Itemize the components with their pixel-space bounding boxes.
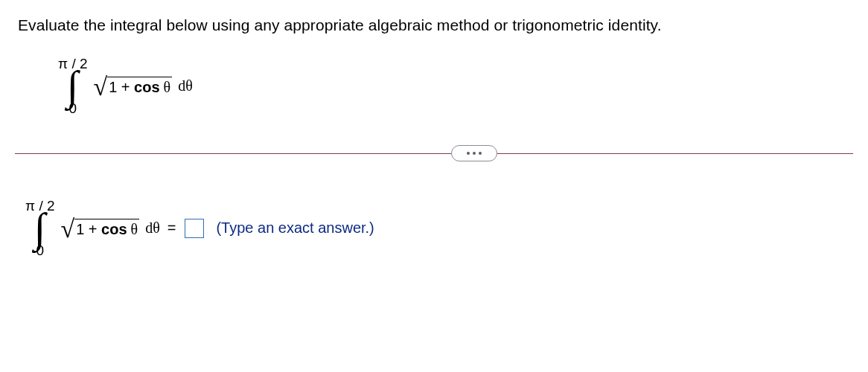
theta-var: θ bbox=[160, 79, 171, 95]
integral-sign: ∫ bbox=[67, 69, 78, 103]
integral-lower-limit: 0 bbox=[36, 243, 44, 257]
answer-input[interactable] bbox=[185, 219, 204, 238]
differential: dθ bbox=[178, 77, 193, 94]
theta-var: θ bbox=[127, 221, 138, 237]
integral-sign: ∫ bbox=[34, 211, 45, 245]
radicand: 1 + cos θ bbox=[107, 77, 172, 96]
sqrt-expression: √ 1 + cos θ bbox=[61, 216, 140, 241]
cos-fn: cos bbox=[101, 221, 127, 237]
dot-icon bbox=[467, 152, 470, 155]
sqrt-expression: √ 1 + cos θ bbox=[94, 74, 173, 99]
answer-hint: (Type an exact answer.) bbox=[216, 219, 374, 237]
integral-symbol-wrap: π / 2 ∫ 0 bbox=[25, 199, 55, 257]
horizontal-rule bbox=[15, 153, 853, 154]
differential: dθ bbox=[145, 219, 160, 237]
sqrt-sign: √ bbox=[94, 74, 108, 100]
expand-pill[interactable] bbox=[451, 145, 497, 161]
dot-icon bbox=[473, 152, 476, 155]
integral-expression-top: π / 2 ∫ 0 √ 1 + cos θ dθ bbox=[58, 57, 850, 115]
dot-icon bbox=[479, 152, 482, 155]
problem-prompt: Evaluate the integral below using any ap… bbox=[18, 15, 850, 36]
radicand-prefix: 1 + bbox=[76, 221, 101, 237]
sqrt-sign: √ bbox=[61, 217, 75, 242]
integral-lower-limit: 0 bbox=[68, 101, 77, 115]
divider-row bbox=[18, 145, 850, 163]
radicand: 1 + cos θ bbox=[74, 219, 139, 238]
cos-fn: cos bbox=[134, 79, 159, 95]
radicand-prefix: 1 + bbox=[109, 79, 134, 95]
integral-expression-answer: π / 2 ∫ 0 √ 1 + cos θ dθ = (Type an exac… bbox=[25, 199, 850, 257]
equals-sign: = bbox=[167, 219, 176, 237]
integral-symbol-wrap: π / 2 ∫ 0 bbox=[58, 57, 88, 115]
